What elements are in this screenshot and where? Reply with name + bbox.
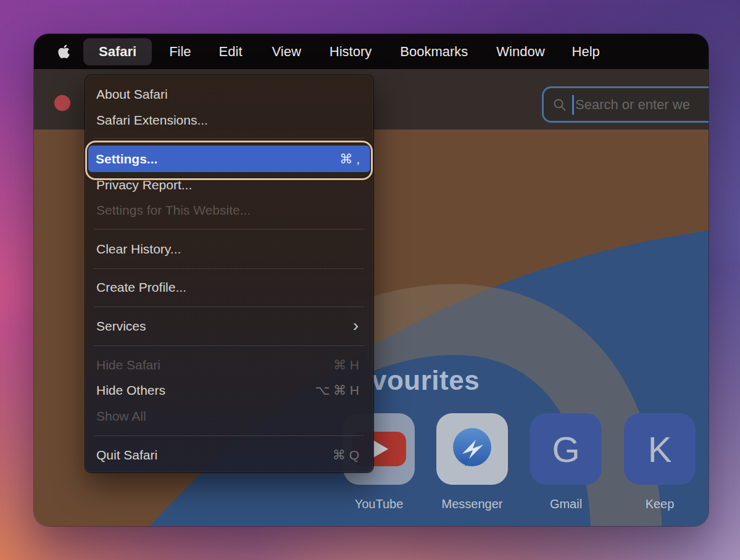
menu-item-settings-for-this-website: Settings for This Website... — [89, 197, 370, 223]
menu-item-hide-others[interactable]: Hide Others ⌥ ⌘ H — [89, 377, 370, 403]
menu-item-about-safari[interactable]: About Safari — [89, 81, 370, 107]
play-triangle-icon — [373, 440, 388, 458]
close-window-button[interactable] — [54, 95, 70, 111]
magnifier-icon — [552, 97, 567, 112]
menubar-item-view[interactable]: View — [272, 44, 301, 60]
keep-letter-icon: K — [648, 429, 672, 470]
menu-item-label: Services — [96, 319, 146, 333]
menu-item-label: Create Profile... — [96, 280, 186, 294]
favorite-label-gmail: Gmail — [520, 497, 612, 511]
menu-item-label: Hide Others — [96, 383, 165, 397]
menubar-item-safari[interactable]: Safari — [83, 38, 152, 65]
mac-screen: Safari File Edit View History Bookmarks … — [34, 34, 709, 526]
gmail-letter-icon: G — [552, 429, 580, 470]
menubar-item-history[interactable]: History — [330, 44, 372, 60]
favorite-tile-keep[interactable]: K — [624, 413, 696, 485]
menu-item-privacy-report[interactable]: Privacy Report... — [89, 172, 370, 198]
menu-item-label: Privacy Report... — [96, 178, 192, 192]
menu-separator — [94, 435, 364, 436]
menu-item-clear-history[interactable]: Clear History... — [89, 236, 370, 262]
menubar-item-window[interactable]: Window — [496, 44, 544, 60]
menu-separator — [94, 138, 364, 139]
menu-item-show-all: Show All — [89, 403, 370, 429]
menu-item-services[interactable]: Services › — [89, 313, 370, 339]
favourites-heading: vourites — [372, 365, 480, 396]
menu-item-create-profile[interactable]: Create Profile... — [89, 274, 370, 300]
search-placeholder: Search or enter we — [575, 97, 690, 113]
apple-menu-icon[interactable] — [57, 44, 70, 59]
menu-item-shortcut: ⌘ , — [339, 146, 360, 172]
menu-item-label: Settings... — [96, 152, 157, 166]
menu-separator — [94, 229, 364, 229]
favorite-label-youtube: YouTube — [333, 497, 425, 511]
menu-item-label: Safari Extensions... — [96, 113, 208, 127]
text-caret — [572, 95, 574, 115]
menu-item-label: Quit Safari — [96, 448, 157, 462]
menu-separator — [94, 268, 364, 269]
menu-separator — [94, 307, 364, 307]
favorite-tile-messenger[interactable] — [436, 413, 508, 485]
menu-item-safari-extensions[interactable]: Safari Extensions... — [89, 107, 370, 133]
menu-item-label: Clear History... — [96, 242, 181, 256]
menu-item-label: Settings for This Website... — [96, 203, 251, 217]
submenu-chevron-icon: › — [353, 313, 359, 338]
safari-dropdown-menu: About Safari Safari Extensions... Settin… — [85, 75, 373, 472]
menu-item-quit-safari[interactable]: Quit Safari ⌘ Q — [89, 442, 370, 468]
messenger-bubble-icon — [446, 423, 498, 475]
menu-item-shortcut: ⌥ ⌘ H — [315, 377, 359, 403]
menu-item-shortcut: ⌘ Q — [333, 442, 359, 468]
menubar-item-help[interactable]: Help — [572, 44, 600, 60]
menu-item-label: Show All — [96, 409, 146, 423]
menubar-item-bookmarks[interactable]: Bookmarks — [400, 44, 468, 60]
menu-item-shortcut: ⌘ H — [333, 352, 359, 378]
menu-item-hide-safari: Hide Safari ⌘ H — [89, 352, 370, 378]
menu-item-label: About Safari — [96, 87, 168, 101]
menu-item-settings[interactable]: Settings... ⌘ , — [88, 146, 370, 172]
favorite-tile-gmail[interactable]: G — [530, 413, 602, 485]
favorite-label-keep: Keep — [613, 497, 706, 511]
menubar-safari-label: Safari — [99, 44, 136, 60]
menu-bar: Safari File Edit View History Bookmarks … — [34, 34, 709, 69]
menu-separator — [94, 345, 364, 346]
menubar-item-file[interactable]: File — [169, 44, 191, 60]
address-search-field[interactable]: Search or enter we — [542, 86, 709, 123]
menubar-item-edit[interactable]: Edit — [219, 44, 243, 60]
favorite-label-messenger: Messenger — [426, 497, 518, 511]
menu-item-label: Hide Safari — [96, 358, 160, 372]
